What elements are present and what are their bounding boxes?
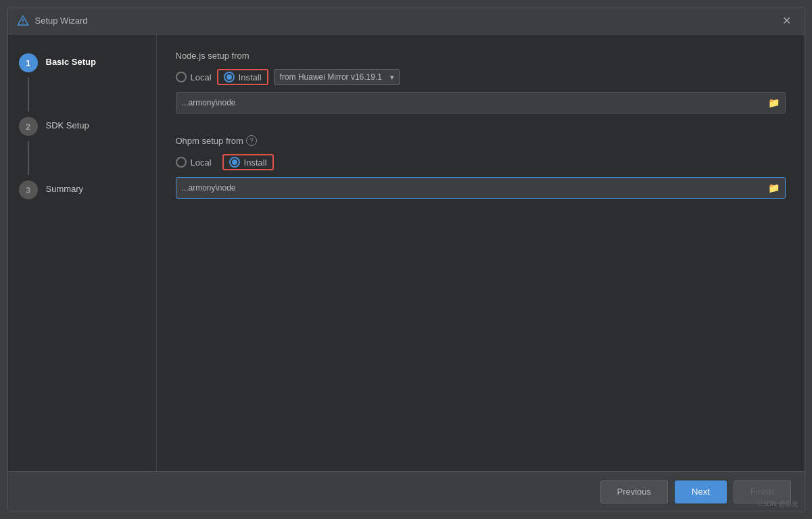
nodejs-mirror-select[interactable]: from Huawei Mirror v16.19.1 bbox=[274, 69, 400, 85]
content-area: 1 Basic Setup 2 SDK Setup 3 Summary bbox=[8, 34, 805, 471]
window-title: Setup Wizard bbox=[35, 16, 778, 26]
nodejs-local-radio[interactable]: Local bbox=[176, 72, 212, 82]
step-2: 2 SDK Setup bbox=[8, 112, 156, 141]
nodejs-install-highlight: Install bbox=[217, 69, 268, 85]
watermark: CSDN @俗光 bbox=[757, 499, 798, 509]
ohpm-install-highlight: Install bbox=[222, 154, 274, 170]
step-2-circle: 2 bbox=[19, 117, 38, 136]
nodejs-mirror-select-wrapper: from Huawei Mirror v16.19.1 ▼ bbox=[274, 69, 400, 85]
nodejs-mirror-container: from Huawei Mirror v16.19.1 ▼ bbox=[274, 69, 400, 85]
section-divider bbox=[176, 124, 786, 135]
nodejs-section-title: Node.js setup from bbox=[176, 51, 786, 61]
nodejs-install-radio-button[interactable] bbox=[224, 72, 235, 82]
title-bar: Setup Wizard ✕ bbox=[8, 7, 805, 34]
ohpm-radio-group: Local Install bbox=[176, 154, 786, 170]
svg-point-2 bbox=[22, 23, 24, 24]
nodejs-path-container: 📁 bbox=[176, 92, 786, 114]
nodejs-local-label: Local bbox=[191, 72, 212, 82]
step-2-label: SDK Setup bbox=[46, 117, 89, 130]
nodejs-folder-icon[interactable]: 📁 bbox=[768, 97, 780, 108]
ohpm-local-radio-button[interactable] bbox=[176, 157, 187, 168]
ohpm-folder-icon[interactable]: 📁 bbox=[768, 182, 780, 193]
footer: Previous Next Finish bbox=[8, 471, 805, 512]
ohpm-section-title: Ohpm setup from bbox=[176, 136, 243, 146]
step-1-label: Basic Setup bbox=[46, 53, 96, 67]
ohpm-path-input[interactable] bbox=[182, 183, 768, 193]
nodejs-radio-group: Local Install from Huawei Mirror v16.19.… bbox=[176, 69, 786, 85]
ohpm-install-radio-dot bbox=[232, 159, 237, 165]
ohpm-local-label: Local bbox=[191, 157, 212, 168]
sidebar: 1 Basic Setup 2 SDK Setup 3 Summary bbox=[8, 34, 157, 471]
step-3: 3 Summary bbox=[8, 175, 156, 205]
ohpm-install-radio-button[interactable] bbox=[229, 157, 240, 168]
ohpm-local-radio[interactable]: Local bbox=[176, 157, 212, 168]
close-button[interactable]: ✕ bbox=[778, 11, 796, 30]
step-3-circle: 3 bbox=[19, 180, 38, 199]
nodejs-local-radio-button[interactable] bbox=[176, 72, 187, 82]
ohpm-section-header: Ohpm setup from ? bbox=[176, 135, 786, 146]
step-connector-1 bbox=[28, 78, 29, 112]
step-1: 1 Basic Setup bbox=[8, 48, 156, 78]
step-1-circle: 1 bbox=[19, 53, 38, 72]
nodejs-install-radio[interactable]: Install bbox=[224, 72, 262, 82]
help-icon[interactable]: ? bbox=[246, 135, 257, 146]
step-3-label: Summary bbox=[46, 180, 84, 194]
next-button[interactable]: Next bbox=[675, 480, 727, 503]
nodejs-install-radio-dot bbox=[226, 74, 232, 80]
ohpm-path-container: 📁 bbox=[176, 177, 786, 199]
setup-wizard-dialog: Setup Wizard ✕ 1 Basic Setup 2 SDK Setup bbox=[7, 7, 805, 512]
main-content: Node.js setup from Local Install bbox=[157, 34, 805, 471]
step-connector-2 bbox=[28, 141, 29, 175]
nodejs-path-input[interactable] bbox=[182, 98, 768, 107]
previous-button[interactable]: Previous bbox=[600, 480, 669, 503]
ohpm-install-radio[interactable]: Install bbox=[229, 157, 267, 168]
app-icon bbox=[16, 14, 30, 28]
ohpm-install-label: Install bbox=[244, 157, 267, 168]
nodejs-install-label: Install bbox=[239, 72, 262, 82]
